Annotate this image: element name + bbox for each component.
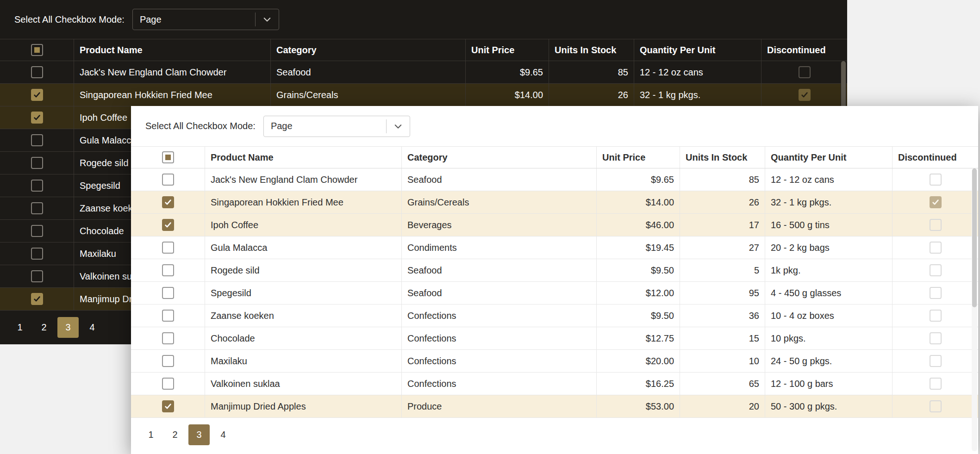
cell-category: Produce bbox=[402, 395, 597, 417]
row-select-checkbox[interactable] bbox=[162, 196, 174, 208]
header-category[interactable]: Category bbox=[271, 39, 466, 61]
row-select-checkbox[interactable] bbox=[162, 310, 174, 322]
table-row[interactable]: Jack's New England Clam ChowderSeafood$9… bbox=[0, 61, 847, 84]
table-row[interactable]: Singaporean Hokkien Fried MeeGrains/Cere… bbox=[0, 84, 847, 106]
discontinued-checkbox bbox=[930, 196, 942, 208]
cell-product-name: Singaporean Hokkien Fried Mee bbox=[205, 191, 402, 213]
cell-product-name: Ipoh Coffee bbox=[205, 214, 402, 236]
cell-discontinued bbox=[893, 373, 978, 395]
row-select-checkbox[interactable] bbox=[31, 270, 43, 282]
row-select-checkbox[interactable] bbox=[162, 287, 174, 299]
row-select-checkbox[interactable] bbox=[162, 378, 174, 390]
table-header-row: Product Name Category Unit Price Units I… bbox=[0, 39, 847, 61]
pager: 1234 bbox=[131, 424, 978, 445]
cell-unit-price: $14.00 bbox=[466, 84, 549, 106]
cell-units-in-stock: 26 bbox=[549, 84, 634, 106]
pager-page-2[interactable]: 2 bbox=[164, 424, 186, 445]
header-product-name[interactable]: Product Name bbox=[74, 39, 271, 61]
pager-page-4[interactable]: 4 bbox=[212, 424, 234, 445]
row-select-checkbox[interactable] bbox=[162, 332, 174, 344]
row-select-checkbox[interactable] bbox=[162, 264, 174, 276]
row-select-cell bbox=[131, 305, 205, 327]
row-select-checkbox[interactable] bbox=[31, 157, 43, 169]
header-unit-price[interactable]: Unit Price bbox=[466, 39, 549, 61]
cell-quantity-per-unit: 1k pkg. bbox=[765, 259, 893, 281]
cell-units-in-stock: 5 bbox=[680, 259, 765, 281]
pager-page-2[interactable]: 2 bbox=[33, 317, 55, 338]
cell-product-name: Spegesild bbox=[205, 282, 402, 304]
pager-page-3[interactable]: 3 bbox=[57, 317, 79, 338]
scrollbar-thumb[interactable] bbox=[972, 168, 977, 307]
table-row[interactable]: Rogede sildSeafood$9.5051k pkg. bbox=[131, 259, 978, 282]
chevron-down-icon[interactable] bbox=[256, 14, 279, 25]
cell-product-name: Jack's New England Clam Chowder bbox=[74, 61, 271, 83]
row-select-checkbox[interactable] bbox=[31, 66, 43, 78]
cell-discontinued bbox=[893, 259, 978, 281]
cell-units-in-stock: 95 bbox=[680, 282, 765, 304]
cell-category: Seafood bbox=[402, 259, 597, 281]
select-all-mode-dropdown[interactable]: Page bbox=[132, 9, 279, 30]
row-select-checkbox[interactable] bbox=[162, 174, 174, 186]
cell-unit-price: $9.65 bbox=[597, 168, 680, 191]
row-select-checkbox[interactable] bbox=[162, 219, 174, 231]
row-select-checkbox[interactable] bbox=[31, 112, 43, 124]
cell-units-in-stock: 27 bbox=[680, 236, 765, 259]
row-select-checkbox[interactable] bbox=[31, 89, 43, 101]
row-select-checkbox[interactable] bbox=[31, 180, 43, 192]
header-quantity-per-unit[interactable]: Quantity Per Unit bbox=[634, 39, 762, 61]
row-select-cell bbox=[0, 243, 74, 265]
cell-quantity-per-unit: 10 pkgs. bbox=[765, 327, 893, 349]
table-row[interactable]: SpegesildSeafood$12.00954 - 450 g glasse… bbox=[131, 282, 978, 305]
row-select-checkbox[interactable] bbox=[162, 355, 174, 367]
header-quantity-per-unit[interactable]: Quantity Per Unit bbox=[765, 147, 893, 168]
select-all-checkbox[interactable] bbox=[31, 44, 43, 56]
table-row[interactable]: MaxilakuConfections$20.001024 - 50 g pkg… bbox=[131, 350, 978, 373]
header-product-name[interactable]: Product Name bbox=[205, 147, 402, 168]
header-units-in-stock[interactable]: Units In Stock bbox=[549, 39, 634, 61]
select-all-checkbox[interactable] bbox=[162, 151, 174, 163]
cell-units-in-stock: 17 bbox=[680, 214, 765, 236]
table-row[interactable]: Manjimup Dried ApplesProduce$53.002050 -… bbox=[131, 395, 978, 418]
table-row[interactable]: Ipoh CoffeeBeverages$46.001716 - 500 g t… bbox=[131, 214, 978, 236]
header-select-all-cell bbox=[131, 147, 205, 168]
table-row[interactable]: Zaanse koekenConfections$9.503610 - 4 oz… bbox=[131, 305, 978, 327]
cell-product-name: Zaanse koeken bbox=[205, 305, 402, 327]
table-row[interactable]: Jack's New England Clam ChowderSeafood$9… bbox=[131, 168, 978, 191]
table-row[interactable]: Gula MalaccaCondiments$19.452720 - 2 kg … bbox=[131, 236, 978, 259]
vertical-scrollbar[interactable] bbox=[972, 168, 977, 451]
header-discontinued[interactable]: Discontinued bbox=[762, 39, 847, 61]
cell-category: Confections bbox=[402, 373, 597, 395]
row-select-checkbox[interactable] bbox=[31, 248, 43, 260]
cell-product-name: Gula Malacca bbox=[205, 236, 402, 259]
row-select-checkbox[interactable] bbox=[162, 242, 174, 254]
select-all-mode-label: Select All Checkbox Mode: bbox=[14, 14, 125, 25]
pager-page-3[interactable]: 3 bbox=[188, 424, 210, 445]
pager-page-1[interactable]: 1 bbox=[9, 317, 31, 338]
cell-discontinued bbox=[893, 236, 978, 259]
row-select-checkbox[interactable] bbox=[31, 225, 43, 237]
header-discontinued[interactable]: Discontinued bbox=[893, 147, 978, 168]
row-select-checkbox[interactable] bbox=[162, 400, 174, 412]
pager-page-1[interactable]: 1 bbox=[140, 424, 162, 445]
header-category[interactable]: Category bbox=[402, 147, 597, 168]
cell-category: Condiments bbox=[402, 236, 597, 259]
cell-quantity-per-unit: 32 - 1 kg pkgs. bbox=[765, 191, 893, 213]
header-units-in-stock[interactable]: Units In Stock bbox=[680, 147, 765, 168]
row-select-checkbox[interactable] bbox=[31, 293, 43, 305]
table-row[interactable]: Valkoinen suklaaConfections$16.256512 - … bbox=[131, 373, 978, 395]
chevron-down-icon[interactable] bbox=[387, 121, 410, 131]
cell-category: Seafood bbox=[402, 282, 597, 304]
row-select-checkbox[interactable] bbox=[31, 134, 43, 146]
header-unit-price[interactable]: Unit Price bbox=[597, 147, 680, 168]
row-select-checkbox[interactable] bbox=[31, 202, 43, 214]
cell-unit-price: $9.50 bbox=[597, 259, 680, 281]
row-select-cell bbox=[131, 191, 205, 213]
row-select-cell bbox=[0, 220, 74, 242]
table-row[interactable]: ChocoladeConfections$12.751510 pkgs. bbox=[131, 327, 978, 350]
pager-page-4[interactable]: 4 bbox=[81, 317, 103, 338]
table-row[interactable]: Singaporean Hokkien Fried MeeGrains/Cere… bbox=[131, 191, 978, 214]
toolbar: Select All Checkbox Mode: Page bbox=[0, 0, 847, 39]
row-select-cell bbox=[131, 236, 205, 259]
cell-category: Confections bbox=[402, 327, 597, 349]
select-all-mode-dropdown[interactable]: Page bbox=[263, 116, 410, 137]
